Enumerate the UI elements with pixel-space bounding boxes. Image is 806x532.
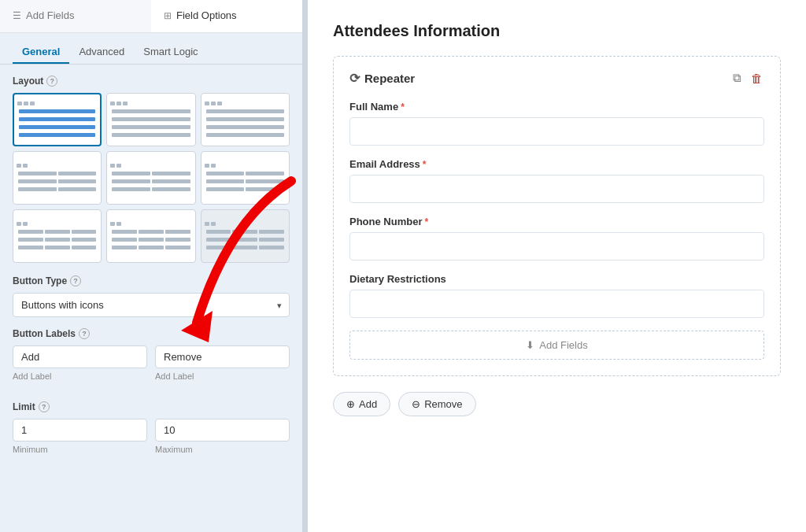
layout-option-8[interactable] [106, 209, 195, 263]
email-input[interactable] [349, 175, 764, 203]
max-label: Maximum [155, 445, 290, 454]
sub-tab-general[interactable]: General [13, 41, 69, 64]
add-label-group [13, 345, 147, 368]
max-input[interactable] [155, 419, 290, 441]
dietary-input[interactable] [349, 290, 764, 318]
full-name-label: Full Name * [349, 101, 764, 113]
repeater-card: ⟳ Repeater ⧉ 🗑 Full Name * Email Address… [333, 56, 781, 376]
button-type-select-wrapper: Buttons with icons Buttons without icons… [13, 293, 290, 317]
form-title: Attendees Information [333, 22, 781, 40]
limit-help-icon[interactable]: ? [39, 401, 50, 412]
repeater-header: ⟳ Repeater ⧉ 🗑 [349, 69, 764, 87]
tab-bar: ☰ Add Fields ⊞ Field Options [0, 0, 302, 33]
field-phone: Phone Number * [349, 216, 764, 260]
field-full-name: Full Name * [349, 101, 764, 146]
add-label-hint: Add Label [13, 371, 147, 381]
add-fields-icon: ☰ [13, 10, 21, 21]
add-row-button[interactable]: ⊕ Add [333, 392, 390, 416]
sub-tab-bar: General Advanced Smart Logic [0, 33, 302, 65]
limit-row: Minimum Maximum [13, 419, 290, 454]
full-name-required: * [401, 102, 405, 113]
add-label-input[interactable] [13, 345, 147, 368]
sub-tab-advanced[interactable]: Advanced [69, 41, 134, 64]
layout-option-4[interactable] [13, 151, 102, 205]
email-label: Email Address * [349, 158, 764, 170]
right-panel: Attendees Information ⟳ Repeater ⧉ 🗑 Ful… [308, 0, 806, 532]
layout-option-1[interactable] [13, 93, 102, 146]
repeater-actions: ⧉ 🗑 [731, 69, 764, 87]
layout-help-icon[interactable]: ? [46, 76, 57, 87]
add-icon: ⊕ [346, 398, 355, 410]
field-options-tab-label: Field Options [176, 9, 237, 21]
button-type-select[interactable]: Buttons with icons Buttons without icons… [13, 293, 290, 317]
button-type-help-icon[interactable]: ? [70, 275, 81, 286]
add-fields-tab-label: Add Fields [26, 9, 74, 21]
repeater-label: Repeater [364, 72, 415, 85]
button-labels-row [13, 345, 290, 368]
remove-row-button[interactable]: ⊖ Remove [398, 392, 475, 416]
phone-input[interactable] [349, 232, 764, 260]
button-labels-label: Button Labels ? [13, 328, 290, 339]
duplicate-button[interactable]: ⧉ [731, 69, 743, 87]
layout-option-9[interactable] [201, 209, 290, 263]
full-name-input[interactable] [349, 117, 764, 146]
tab-field-options[interactable]: ⊞ Field Options [151, 0, 302, 32]
tab-add-fields[interactable]: ☰ Add Fields [0, 0, 151, 32]
delete-button[interactable]: 🗑 [749, 69, 764, 87]
phone-required: * [424, 216, 428, 227]
min-group: Minimum [13, 419, 147, 454]
min-label: Minimum [13, 445, 147, 454]
repeater-icon: ⟳ [349, 71, 360, 86]
button-type-label: Button Type ? [13, 275, 290, 286]
layout-option-2[interactable] [106, 93, 195, 146]
field-options-icon: ⊞ [164, 10, 172, 21]
layout-option-5[interactable] [106, 151, 195, 205]
max-group: Maximum [155, 419, 290, 454]
phone-label: Phone Number * [349, 216, 764, 227]
field-email: Email Address * [349, 158, 764, 203]
layout-section-label: Layout ? [13, 76, 290, 87]
remove-label-input[interactable] [155, 345, 290, 368]
add-fields-strip[interactable]: ⬇ Add Fields [349, 331, 764, 360]
add-fields-down-icon: ⬇ [526, 339, 534, 351]
button-labels-help-icon[interactable]: ? [79, 328, 90, 339]
remove-icon: ⊖ [412, 398, 420, 410]
layout-option-3[interactable] [201, 93, 290, 146]
layout-option-6[interactable] [201, 151, 290, 205]
sub-tab-smart-logic[interactable]: Smart Logic [134, 41, 207, 64]
min-input[interactable] [13, 419, 147, 441]
email-required: * [423, 159, 427, 170]
remove-label-hint: Add Label [155, 371, 290, 381]
dietary-label: Dietary Restrictions [349, 273, 764, 285]
remove-label-group [155, 345, 290, 368]
repeater-title: ⟳ Repeater [349, 71, 415, 86]
layout-option-7[interactable] [13, 209, 102, 263]
field-dietary: Dietary Restrictions [349, 273, 764, 318]
layout-grid [13, 93, 290, 263]
repeater-footer: ⊕ Add ⊖ Remove [333, 392, 781, 416]
limit-label: Limit ? [13, 401, 290, 412]
